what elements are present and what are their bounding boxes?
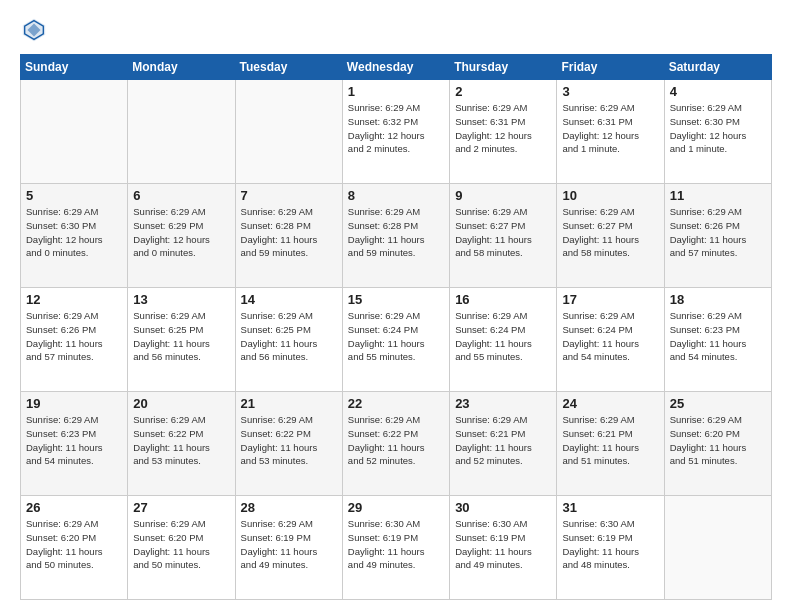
calendar-cell: 15Sunrise: 6:29 AM Sunset: 6:24 PM Dayli… — [342, 288, 449, 392]
calendar-cell: 10Sunrise: 6:29 AM Sunset: 6:27 PM Dayli… — [557, 184, 664, 288]
day-number: 11 — [670, 188, 766, 203]
calendar-cell: 31Sunrise: 6:30 AM Sunset: 6:19 PM Dayli… — [557, 496, 664, 600]
day-number: 19 — [26, 396, 122, 411]
calendar-cell: 23Sunrise: 6:29 AM Sunset: 6:21 PM Dayli… — [450, 392, 557, 496]
day-info: Sunrise: 6:29 AM Sunset: 6:27 PM Dayligh… — [562, 205, 658, 260]
day-info: Sunrise: 6:29 AM Sunset: 6:22 PM Dayligh… — [241, 413, 337, 468]
day-info: Sunrise: 6:30 AM Sunset: 6:19 PM Dayligh… — [562, 517, 658, 572]
calendar-cell: 26Sunrise: 6:29 AM Sunset: 6:20 PM Dayli… — [21, 496, 128, 600]
day-number: 9 — [455, 188, 551, 203]
col-header-wednesday: Wednesday — [342, 55, 449, 80]
calendar-cell: 8Sunrise: 6:29 AM Sunset: 6:28 PM Daylig… — [342, 184, 449, 288]
calendar-cell: 6Sunrise: 6:29 AM Sunset: 6:29 PM Daylig… — [128, 184, 235, 288]
day-info: Sunrise: 6:29 AM Sunset: 6:25 PM Dayligh… — [241, 309, 337, 364]
day-number: 12 — [26, 292, 122, 307]
day-info: Sunrise: 6:29 AM Sunset: 6:31 PM Dayligh… — [562, 101, 658, 156]
day-info: Sunrise: 6:29 AM Sunset: 6:24 PM Dayligh… — [562, 309, 658, 364]
day-info: Sunrise: 6:29 AM Sunset: 6:21 PM Dayligh… — [562, 413, 658, 468]
day-info: Sunrise: 6:29 AM Sunset: 6:31 PM Dayligh… — [455, 101, 551, 156]
day-number: 3 — [562, 84, 658, 99]
day-info: Sunrise: 6:29 AM Sunset: 6:30 PM Dayligh… — [670, 101, 766, 156]
calendar-cell — [128, 80, 235, 184]
day-number: 30 — [455, 500, 551, 515]
day-info: Sunrise: 6:30 AM Sunset: 6:19 PM Dayligh… — [348, 517, 444, 572]
day-info: Sunrise: 6:29 AM Sunset: 6:23 PM Dayligh… — [26, 413, 122, 468]
col-header-monday: Monday — [128, 55, 235, 80]
col-header-thursday: Thursday — [450, 55, 557, 80]
logo-icon — [20, 16, 48, 44]
calendar-cell: 20Sunrise: 6:29 AM Sunset: 6:22 PM Dayli… — [128, 392, 235, 496]
calendar-header-row: SundayMondayTuesdayWednesdayThursdayFrid… — [21, 55, 772, 80]
calendar-cell: 24Sunrise: 6:29 AM Sunset: 6:21 PM Dayli… — [557, 392, 664, 496]
day-info: Sunrise: 6:29 AM Sunset: 6:21 PM Dayligh… — [455, 413, 551, 468]
calendar-cell: 18Sunrise: 6:29 AM Sunset: 6:23 PM Dayli… — [664, 288, 771, 392]
day-info: Sunrise: 6:29 AM Sunset: 6:24 PM Dayligh… — [455, 309, 551, 364]
calendar-cell: 7Sunrise: 6:29 AM Sunset: 6:28 PM Daylig… — [235, 184, 342, 288]
calendar-cell: 4Sunrise: 6:29 AM Sunset: 6:30 PM Daylig… — [664, 80, 771, 184]
calendar-cell: 17Sunrise: 6:29 AM Sunset: 6:24 PM Dayli… — [557, 288, 664, 392]
day-info: Sunrise: 6:29 AM Sunset: 6:30 PM Dayligh… — [26, 205, 122, 260]
calendar-cell: 29Sunrise: 6:30 AM Sunset: 6:19 PM Dayli… — [342, 496, 449, 600]
calendar-cell: 9Sunrise: 6:29 AM Sunset: 6:27 PM Daylig… — [450, 184, 557, 288]
day-info: Sunrise: 6:29 AM Sunset: 6:28 PM Dayligh… — [348, 205, 444, 260]
col-header-tuesday: Tuesday — [235, 55, 342, 80]
day-number: 4 — [670, 84, 766, 99]
col-header-sunday: Sunday — [21, 55, 128, 80]
day-info: Sunrise: 6:29 AM Sunset: 6:20 PM Dayligh… — [133, 517, 229, 572]
calendar-cell: 19Sunrise: 6:29 AM Sunset: 6:23 PM Dayli… — [21, 392, 128, 496]
calendar-cell: 22Sunrise: 6:29 AM Sunset: 6:22 PM Dayli… — [342, 392, 449, 496]
day-number: 20 — [133, 396, 229, 411]
day-number: 26 — [26, 500, 122, 515]
day-number: 10 — [562, 188, 658, 203]
day-info: Sunrise: 6:30 AM Sunset: 6:19 PM Dayligh… — [455, 517, 551, 572]
day-number: 8 — [348, 188, 444, 203]
day-number: 15 — [348, 292, 444, 307]
day-number: 27 — [133, 500, 229, 515]
day-number: 31 — [562, 500, 658, 515]
calendar-week-4: 19Sunrise: 6:29 AM Sunset: 6:23 PM Dayli… — [21, 392, 772, 496]
header — [20, 16, 772, 44]
day-info: Sunrise: 6:29 AM Sunset: 6:25 PM Dayligh… — [133, 309, 229, 364]
calendar-cell: 12Sunrise: 6:29 AM Sunset: 6:26 PM Dayli… — [21, 288, 128, 392]
day-number: 24 — [562, 396, 658, 411]
day-info: Sunrise: 6:29 AM Sunset: 6:27 PM Dayligh… — [455, 205, 551, 260]
day-number: 5 — [26, 188, 122, 203]
day-info: Sunrise: 6:29 AM Sunset: 6:26 PM Dayligh… — [670, 205, 766, 260]
calendar-cell: 13Sunrise: 6:29 AM Sunset: 6:25 PM Dayli… — [128, 288, 235, 392]
calendar-week-2: 5Sunrise: 6:29 AM Sunset: 6:30 PM Daylig… — [21, 184, 772, 288]
day-info: Sunrise: 6:29 AM Sunset: 6:20 PM Dayligh… — [26, 517, 122, 572]
day-number: 13 — [133, 292, 229, 307]
col-header-friday: Friday — [557, 55, 664, 80]
day-number: 28 — [241, 500, 337, 515]
calendar-cell: 3Sunrise: 6:29 AM Sunset: 6:31 PM Daylig… — [557, 80, 664, 184]
calendar-table: SundayMondayTuesdayWednesdayThursdayFrid… — [20, 54, 772, 600]
calendar-cell: 21Sunrise: 6:29 AM Sunset: 6:22 PM Dayli… — [235, 392, 342, 496]
day-number: 6 — [133, 188, 229, 203]
calendar-cell: 25Sunrise: 6:29 AM Sunset: 6:20 PM Dayli… — [664, 392, 771, 496]
calendar-week-3: 12Sunrise: 6:29 AM Sunset: 6:26 PM Dayli… — [21, 288, 772, 392]
day-info: Sunrise: 6:29 AM Sunset: 6:26 PM Dayligh… — [26, 309, 122, 364]
day-number: 16 — [455, 292, 551, 307]
day-info: Sunrise: 6:29 AM Sunset: 6:29 PM Dayligh… — [133, 205, 229, 260]
calendar-week-1: 1Sunrise: 6:29 AM Sunset: 6:32 PM Daylig… — [21, 80, 772, 184]
day-number: 14 — [241, 292, 337, 307]
day-info: Sunrise: 6:29 AM Sunset: 6:23 PM Dayligh… — [670, 309, 766, 364]
day-number: 7 — [241, 188, 337, 203]
day-info: Sunrise: 6:29 AM Sunset: 6:24 PM Dayligh… — [348, 309, 444, 364]
calendar-cell: 30Sunrise: 6:30 AM Sunset: 6:19 PM Dayli… — [450, 496, 557, 600]
calendar-cell: 5Sunrise: 6:29 AM Sunset: 6:30 PM Daylig… — [21, 184, 128, 288]
day-number: 2 — [455, 84, 551, 99]
calendar-cell: 14Sunrise: 6:29 AM Sunset: 6:25 PM Dayli… — [235, 288, 342, 392]
day-number: 22 — [348, 396, 444, 411]
day-info: Sunrise: 6:29 AM Sunset: 6:20 PM Dayligh… — [670, 413, 766, 468]
day-number: 21 — [241, 396, 337, 411]
day-number: 17 — [562, 292, 658, 307]
page: SundayMondayTuesdayWednesdayThursdayFrid… — [0, 0, 792, 612]
day-number: 29 — [348, 500, 444, 515]
day-info: Sunrise: 6:29 AM Sunset: 6:19 PM Dayligh… — [241, 517, 337, 572]
calendar-week-5: 26Sunrise: 6:29 AM Sunset: 6:20 PM Dayli… — [21, 496, 772, 600]
calendar-cell: 28Sunrise: 6:29 AM Sunset: 6:19 PM Dayli… — [235, 496, 342, 600]
day-number: 18 — [670, 292, 766, 307]
day-info: Sunrise: 6:29 AM Sunset: 6:32 PM Dayligh… — [348, 101, 444, 156]
calendar-cell: 27Sunrise: 6:29 AM Sunset: 6:20 PM Dayli… — [128, 496, 235, 600]
